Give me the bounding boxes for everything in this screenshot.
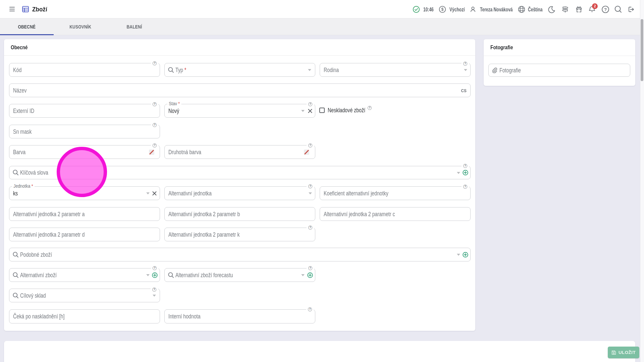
- svg-text:$: $: [441, 7, 444, 12]
- svg-text:?: ?: [604, 7, 607, 12]
